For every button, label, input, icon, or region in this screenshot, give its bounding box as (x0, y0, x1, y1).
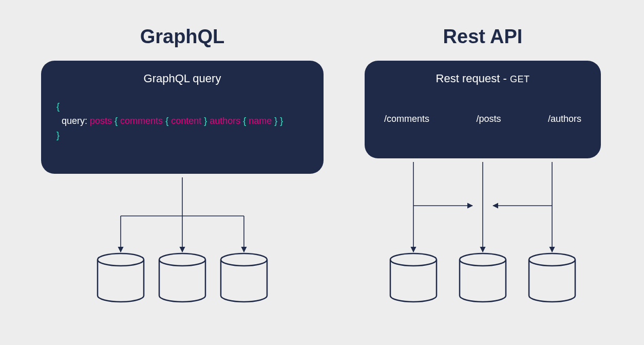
rest-column: Rest API Rest request - GET /comments /p… (359, 26, 606, 158)
database-icon (98, 253, 144, 302)
graphql-card: GraphQL query { query: posts { comments … (41, 61, 324, 174)
query-brace-close: } (56, 129, 308, 143)
database-icon (159, 253, 205, 302)
svg-point-15 (529, 253, 575, 266)
database-icon (460, 253, 506, 302)
svg-point-13 (390, 253, 437, 266)
rest-card-title-method: GET (510, 74, 530, 84)
query-brace-open: { (56, 100, 308, 114)
graphql-title: GraphQL (41, 26, 324, 48)
query-posts: posts (90, 116, 112, 126)
query-brace: { (240, 116, 249, 126)
endpoint-authors: /authors (548, 114, 581, 124)
query-line: query: posts { comments { content } auth… (56, 114, 308, 129)
svg-point-12 (221, 253, 267, 266)
database-icon (390, 253, 437, 302)
endpoint-posts: /posts (476, 114, 501, 124)
query-authors: authors (210, 116, 240, 126)
query-content: content (171, 116, 201, 126)
graphql-card-title: GraphQL query (56, 72, 308, 85)
svg-point-11 (159, 253, 205, 266)
query-brace: { (112, 116, 120, 126)
rest-card-title-prefix: Rest request - (436, 72, 510, 85)
query-brace: } (201, 116, 210, 126)
databases (98, 253, 575, 302)
query-name: name (249, 116, 272, 126)
query-keyword: query: (62, 116, 90, 126)
query-comments: comments (120, 116, 163, 126)
graphql-query-block: { query: posts { comments { content } au… (56, 100, 308, 143)
rest-card-title: Rest request - GET (375, 72, 591, 85)
rest-endpoints: /comments /posts /authors (375, 114, 591, 124)
database-icon (529, 253, 575, 302)
database-icon (221, 253, 267, 302)
graphql-column: GraphQL GraphQL query { query: posts { c… (41, 26, 324, 174)
query-brace: } } (272, 116, 283, 126)
svg-point-10 (98, 253, 144, 266)
query-brace: { (163, 116, 171, 126)
rest-arrows (413, 162, 552, 252)
graphql-arrows (121, 177, 244, 252)
rest-card: Rest request - GET /comments /posts /aut… (365, 61, 601, 158)
rest-title: Rest API (359, 26, 606, 48)
svg-point-14 (460, 253, 506, 266)
endpoint-comments: /comments (384, 114, 429, 124)
